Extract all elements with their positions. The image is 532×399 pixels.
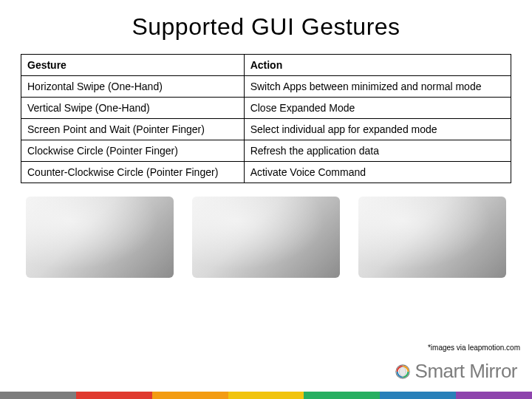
rainbow-accent-bar xyxy=(0,392,532,399)
cell-action: Activate Voice Command xyxy=(244,162,511,183)
cell-action: Close Expanded Mode xyxy=(244,98,511,119)
image-credit: *images via leapmotion.com xyxy=(428,344,520,352)
table-row: Vertical Swipe (One-Hand) Close Expanded… xyxy=(21,98,511,119)
svg-point-1 xyxy=(399,366,406,376)
bar-segment xyxy=(380,392,456,399)
gesture-image-point xyxy=(192,197,340,278)
cell-action: Select individual app for expanded mode xyxy=(244,119,511,140)
cell-gesture: Screen Point and Wait (Pointer Finger) xyxy=(21,119,245,140)
bar-segment xyxy=(76,392,152,399)
gesture-image-circle xyxy=(358,197,506,278)
cell-gesture: Clockwise Circle (Pointer Finger) xyxy=(21,140,245,162)
bar-segment xyxy=(456,392,532,399)
slide-title: Supported GUI Gestures xyxy=(0,13,532,41)
table-row: Counter-Clockwise Circle (Pointer Finger… xyxy=(21,162,511,183)
cell-action: Switch Apps between minimized and normal… xyxy=(244,76,511,98)
table-header-row: Gesture Action xyxy=(21,55,511,76)
mirror-icon xyxy=(395,364,411,380)
col-header-gesture: Gesture xyxy=(21,55,245,76)
table-row: Screen Point and Wait (Pointer Finger) S… xyxy=(21,119,511,140)
gesture-table: Gesture Action Horizontal Swipe (One-Han… xyxy=(21,54,511,183)
table-row: Horizontal Swipe (One-Hand) Switch Apps … xyxy=(21,76,511,98)
bar-segment xyxy=(0,392,76,399)
cell-action: Refresh the application data xyxy=(244,140,511,162)
cell-gesture: Horizontal Swipe (One-Hand) xyxy=(21,76,245,98)
gesture-image-swipe-horizontal xyxy=(26,197,174,278)
cell-gesture: Vertical Swipe (One-Hand) xyxy=(21,98,245,119)
bar-segment xyxy=(152,392,228,399)
bar-segment xyxy=(228,392,304,399)
gesture-image-row xyxy=(21,197,511,278)
col-header-action: Action xyxy=(244,55,511,76)
brand-logo: Smart Mirror xyxy=(395,360,517,383)
brand-name: Smart Mirror xyxy=(415,360,517,383)
table-row: Clockwise Circle (Pointer Finger) Refres… xyxy=(21,140,511,162)
cell-gesture: Counter-Clockwise Circle (Pointer Finger… xyxy=(21,162,245,183)
bar-segment xyxy=(304,392,380,399)
